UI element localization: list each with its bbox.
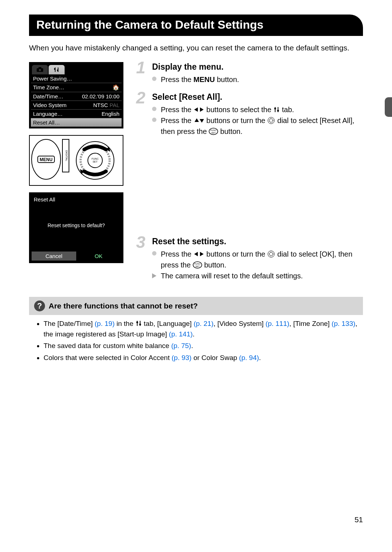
page-number: 51 <box>29 515 363 524</box>
menu-screenshot: Power Saving… Time Zone…🏠 Date/Time…02.0… <box>29 62 123 128</box>
step-instruction: Press the buttons to select the tab. <box>152 104 363 115</box>
bullet-icon <box>152 251 156 255</box>
menu-row: Language…English <box>31 109 122 118</box>
qa-note: The saved data for custom white balance … <box>44 341 363 351</box>
camera-back-diagram: MENU DIGITAL FUNC SET <box>29 135 123 186</box>
svg-text:MENU: MENU <box>40 157 52 162</box>
reset-dialog-screenshot: Reset All Reset settings to default? Can… <box>29 192 123 263</box>
page-ref: (p. 94) <box>239 354 259 361</box>
intro-text: When you have mistakenly changed a setti… <box>29 42 363 53</box>
svg-point-22 <box>269 119 273 122</box>
svg-text:FUNC: FUNC <box>91 158 98 160</box>
page-ref: (p. 93) <box>172 354 192 361</box>
svg-point-34 <box>139 324 141 326</box>
step-number: 3 <box>136 232 146 252</box>
svg-marker-16 <box>200 107 204 112</box>
bullet-icon <box>152 118 156 122</box>
step-instruction: Press the MENU button. <box>152 74 363 85</box>
bullet-icon <box>152 77 156 81</box>
svg-marker-20 <box>200 119 204 123</box>
dialog-ok: OK <box>76 252 121 261</box>
step-3: 3Reset the settings.Press the buttons or… <box>136 237 363 281</box>
step-2: 2Select [Reset All].Press the buttons to… <box>136 92 363 137</box>
step-title: Display the menu. <box>152 62 363 72</box>
step-instruction: Press the buttons or turn the dial to se… <box>152 115 363 137</box>
menu-row: Video SystemNTSC PAL <box>31 101 122 109</box>
menu-row-selected: Reset All… <box>31 118 122 127</box>
svg-point-21 <box>268 117 274 124</box>
page-ref: (p. 19) <box>95 320 115 327</box>
question-icon: ? <box>34 300 45 311</box>
step-title: Reset the settings. <box>152 237 363 246</box>
svg-point-33 <box>136 322 138 323</box>
qa-note: Colors that were selected in Color Accen… <box>44 353 363 363</box>
step-1: 1Display the menu.Press the MENU button. <box>136 62 363 85</box>
step-instruction: Press the buttons or turn the dial to se… <box>152 249 363 270</box>
svg-marker-26 <box>194 252 198 256</box>
menu-row: Time Zone…🏠 <box>31 83 122 92</box>
qa-note: The [Date/Time] (p. 19) in the tab, [Lan… <box>44 319 363 339</box>
page-ref: (p. 141) <box>169 330 192 338</box>
thumb-tab <box>385 97 392 117</box>
page-ref: (p. 111) <box>266 320 289 327</box>
step-title: Select [Reset All]. <box>152 92 363 102</box>
svg-point-2 <box>39 69 41 71</box>
tab-camera <box>32 65 48 74</box>
result-arrow-icon <box>152 273 156 278</box>
svg-text:SET: SET <box>93 160 98 163</box>
dialog-cancel: Cancel <box>32 252 76 261</box>
svg-point-18 <box>277 110 279 112</box>
svg-text:SET: SET <box>211 132 216 134</box>
qa-notes: The [Date/Time] (p. 19) in the tab, [Lan… <box>29 319 363 363</box>
menu-row: Power Saving… <box>31 74 122 83</box>
page-title: Returning the Camera to Default Settings <box>29 15 363 36</box>
svg-text:FUNC: FUNC <box>194 263 200 265</box>
page-ref: (p. 133) <box>332 320 355 327</box>
svg-point-28 <box>268 251 274 257</box>
bullet-icon <box>152 107 156 111</box>
svg-marker-15 <box>194 107 198 112</box>
step-instruction: The camera will reset to the default set… <box>152 270 363 281</box>
qa-title: Are there functions that cannot be reset… <box>49 302 198 310</box>
page-ref: (p. 75) <box>171 342 191 349</box>
tab-tools <box>49 65 65 74</box>
svg-marker-19 <box>195 118 199 122</box>
svg-text:SET: SET <box>195 265 200 267</box>
svg-rect-1 <box>38 67 41 69</box>
step-number: 2 <box>136 88 146 107</box>
svg-text:FUNC: FUNC <box>211 129 217 131</box>
svg-point-17 <box>274 108 276 110</box>
page-ref: (p. 21) <box>193 320 213 327</box>
dialog-prompt: Reset settings to default? <box>31 222 122 228</box>
svg-point-29 <box>269 252 273 256</box>
menu-row: Date/Time…02.02.'09 10:00 <box>31 92 122 101</box>
dialog-title: Reset All <box>31 196 122 203</box>
qa-header: ? Are there functions that cannot be res… <box>29 297 363 315</box>
svg-text:DIGITAL: DIGITAL <box>65 150 68 161</box>
svg-marker-27 <box>200 252 204 256</box>
step-number: 1 <box>136 58 146 77</box>
